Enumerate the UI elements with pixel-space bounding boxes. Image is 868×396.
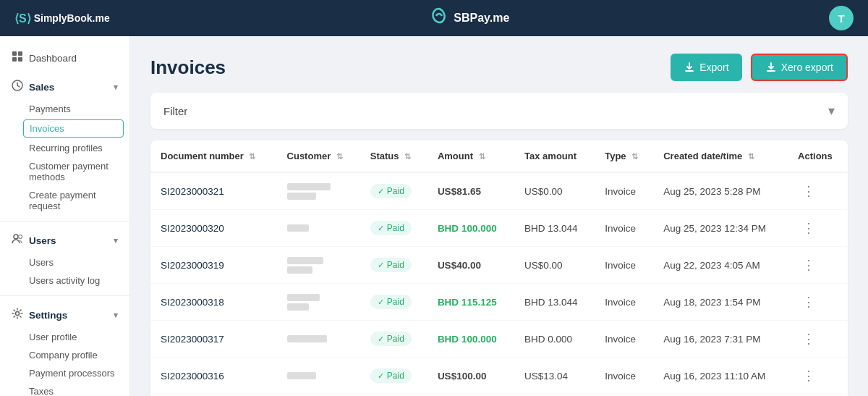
cell-customer <box>277 321 360 358</box>
sidebar-sub-payments[interactable]: Payments <box>0 100 129 118</box>
customer-avatar <box>287 372 316 379</box>
row-actions-button[interactable]: ⋮ <box>798 292 820 311</box>
dashboard-icon <box>12 51 23 65</box>
cell-actions: ⋮ <box>788 210 848 247</box>
sidebar-sub-recurring[interactable]: Recurring profiles <box>0 139 129 157</box>
cell-created: Aug 16, 2023 7:31 PM <box>653 321 788 358</box>
sort-icon-type[interactable]: ⇅ <box>631 152 638 161</box>
sidebar-sub-customer-payment[interactable]: Customer payment methods <box>0 157 129 186</box>
sidebar-section-sales: Sales ▾ Payments Invoices Recurring prof… <box>0 74 129 215</box>
sidebar-sub-users-activity[interactable]: Users activity log <box>0 271 129 290</box>
svg-point-7 <box>16 312 20 316</box>
svg-rect-1 <box>18 51 22 56</box>
svg-rect-0 <box>12 51 17 56</box>
cell-created: Aug 25, 2023 12:34 PM <box>653 210 788 247</box>
cell-type: Invoice <box>595 284 653 321</box>
col-amount: Amount ⇅ <box>427 140 514 172</box>
sort-icon-status[interactable]: ⇅ <box>404 152 411 161</box>
table-row: SI2023000321 Paid US$81.65 US$0.00 Invoi… <box>150 172 848 210</box>
cell-actions: ⋮ <box>788 284 848 321</box>
cell-actions: ⋮ <box>788 247 848 284</box>
sort-icon-customer[interactable]: ⇅ <box>336 152 343 161</box>
cell-status: Paid <box>360 210 427 247</box>
sidebar-item-settings[interactable]: Settings ▾ <box>0 302 129 328</box>
row-actions-button[interactable]: ⋮ <box>798 182 820 201</box>
table-row: SI2023000320 Paid BHD 100.000 BHD 13.044… <box>150 210 848 247</box>
row-actions-button[interactable]: ⋮ <box>798 256 820 274</box>
sidebar-sub-user-profile[interactable]: User profile <box>0 328 129 346</box>
row-actions-button[interactable]: ⋮ <box>798 329 820 348</box>
xero-export-button[interactable]: Xero export <box>751 54 848 81</box>
sidebar-section-settings: Settings ▾ User profile Company profile … <box>0 302 129 396</box>
sidebar-sub-payment-processors[interactable]: Payment processors <box>0 364 129 382</box>
settings-icon <box>12 308 23 322</box>
sort-icon-amount[interactable]: ⇅ <box>479 152 485 161</box>
cell-status: Paid <box>360 172 427 210</box>
simplybook-logo: ⟨S⟩ SimplyBook.me <box>14 12 110 25</box>
cell-type: Invoice <box>595 358 653 395</box>
export-button[interactable]: Export <box>671 54 741 81</box>
sales-chevron: ▾ <box>114 83 118 92</box>
col-type: Type ⇅ <box>595 140 653 172</box>
cell-amount: US$100.00 <box>427 358 514 395</box>
filter-label: Filter <box>163 105 187 117</box>
page-title: Invoices <box>150 56 226 79</box>
filter-chevron-icon[interactable]: ▾ <box>828 103 835 119</box>
cell-doc-number: SI2023000319 <box>150 247 277 284</box>
customer-avatar <box>287 224 309 232</box>
cell-actions: ⋮ <box>788 172 848 210</box>
sort-icon-doc[interactable]: ⇅ <box>249 152 255 161</box>
simplybook-icon: ⟨S⟩ <box>14 12 31 25</box>
cell-doc-number: SI2023000318 <box>150 284 277 321</box>
main-content: Invoices Export Xero export Filter ▾ <box>130 36 868 396</box>
customer-avatar <box>287 183 331 190</box>
cell-tax-amount: BHD 13.044 <box>514 284 595 321</box>
col-customer: Customer ⇅ <box>277 140 360 172</box>
customer-avatar <box>287 335 327 342</box>
cell-customer <box>277 210 360 247</box>
cell-actions: ⋮ <box>788 358 848 395</box>
customer-avatar <box>287 294 320 301</box>
cell-tax-amount: US$13.04 <box>514 358 595 395</box>
cell-amount: US$40.00 <box>427 247 514 284</box>
sidebar-sub-create-payment[interactable]: Create payment request <box>0 186 129 215</box>
users-icon <box>12 233 23 248</box>
sidebar-sub-taxes[interactable]: Taxes <box>0 382 129 396</box>
col-status: Status ⇅ <box>360 140 427 172</box>
row-actions-button[interactable]: ⋮ <box>798 219 820 237</box>
sales-icon <box>12 80 23 94</box>
sidebar-item-users[interactable]: Users ▾ <box>0 227 129 253</box>
sidebar-sub-users[interactable]: Users <box>0 253 129 271</box>
settings-label: Settings <box>29 310 67 321</box>
invoices-table-container: Document number ⇅ Customer ⇅ Status ⇅ <box>150 140 848 396</box>
sbpay-text: SBPay.me <box>454 12 509 25</box>
sidebar-sub-company-profile[interactable]: Company profile <box>0 346 129 364</box>
cell-amount: US$81.65 <box>427 172 514 210</box>
sort-icon-created[interactable]: ⇅ <box>748 152 754 161</box>
table-row: SI2023000316 Paid US$100.00 US$13.04 Inv… <box>150 358 848 395</box>
app-layout: Dashboard Sales ▾ Payments Invoices Recu… <box>0 36 868 396</box>
cell-type: Invoice <box>595 210 653 247</box>
cell-tax-amount: BHD 13.044 <box>514 210 595 247</box>
cell-created: Aug 18, 2023 1:54 PM <box>653 284 788 321</box>
row-actions-button[interactable]: ⋮ <box>798 366 820 385</box>
table-body: SI2023000321 Paid US$81.65 US$0.00 Invoi… <box>150 172 848 396</box>
page-header: Invoices Export Xero export <box>150 54 848 81</box>
cell-actions: ⋮ <box>788 321 848 358</box>
user-avatar[interactable]: T <box>829 6 854 30</box>
sidebar-divider-2 <box>0 295 129 296</box>
sidebar-sub-invoices[interactable]: Invoices <box>23 119 124 138</box>
sidebar-item-dashboard[interactable]: Dashboard <box>0 45 129 71</box>
svg-point-6 <box>19 235 22 239</box>
svg-rect-3 <box>18 57 22 62</box>
sidebar-item-sales[interactable]: Sales ▾ <box>0 74 129 100</box>
cell-customer <box>277 247 360 284</box>
cell-tax-amount: US$0.00 <box>514 172 595 210</box>
table-row: SI2023000318 Paid BHD 115.125 BHD 13.044… <box>150 284 848 321</box>
cell-tax-amount: US$0.00 <box>514 247 595 284</box>
cell-tax-amount: BHD 0.000 <box>514 321 595 358</box>
filter-bar: Filter ▾ <box>150 93 848 129</box>
sbpay-logo: SBPay.me <box>429 6 509 30</box>
invoices-table: Document number ⇅ Customer ⇅ Status ⇅ <box>150 140 848 396</box>
sbpay-icon <box>429 6 449 30</box>
